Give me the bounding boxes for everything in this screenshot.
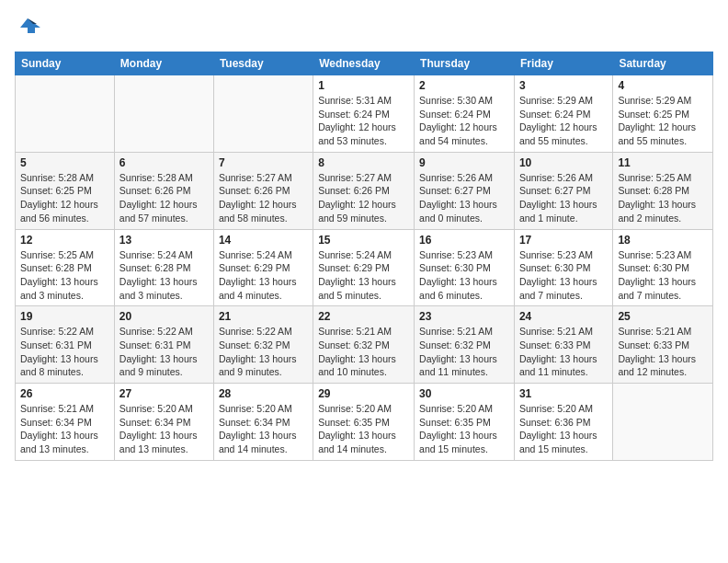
weekday-header: Friday <box>514 52 612 75</box>
day-number: 4 <box>618 79 708 92</box>
day-number: 1 <box>318 79 409 92</box>
logo <box>15 15 44 40</box>
day-info: Sunrise: 5:24 AM Sunset: 6:28 PM Dayligh… <box>119 248 209 303</box>
day-info: Sunrise: 5:31 AM Sunset: 6:24 PM Dayligh… <box>318 94 409 148</box>
day-info: Sunrise: 5:21 AM Sunset: 6:34 PM Dayligh… <box>20 402 109 456</box>
day-number: 3 <box>519 79 608 92</box>
calendar-cell: 9Sunrise: 5:26 AM Sunset: 6:27 PM Daylig… <box>415 152 515 229</box>
weekday-header: Saturday <box>613 52 713 75</box>
day-number: 27 <box>119 387 209 400</box>
day-info: Sunrise: 5:29 AM Sunset: 6:25 PM Dayligh… <box>618 94 708 148</box>
day-number: 24 <box>519 310 608 323</box>
calendar-cell: 26Sunrise: 5:21 AM Sunset: 6:34 PM Dayli… <box>16 384 115 461</box>
day-number: 17 <box>519 234 608 247</box>
calendar-header-row: SundayMondayTuesdayWednesdayThursdayFrid… <box>16 52 713 75</box>
calendar-week-row: 5Sunrise: 5:28 AM Sunset: 6:25 PM Daylig… <box>16 152 713 229</box>
calendar-cell: 8Sunrise: 5:27 AM Sunset: 6:26 PM Daylig… <box>313 152 415 229</box>
calendar-cell: 28Sunrise: 5:20 AM Sunset: 6:34 PM Dayli… <box>213 384 313 461</box>
calendar-cell <box>613 384 713 461</box>
calendar-cell: 3Sunrise: 5:29 AM Sunset: 6:24 PM Daylig… <box>514 75 612 153</box>
day-number: 13 <box>119 234 209 247</box>
weekday-header: Monday <box>114 52 213 75</box>
weekday-header: Thursday <box>415 52 515 75</box>
calendar-cell <box>16 75 115 153</box>
day-info: Sunrise: 5:24 AM Sunset: 6:29 PM Dayligh… <box>219 248 308 303</box>
calendar-cell: 19Sunrise: 5:22 AM Sunset: 6:31 PM Dayli… <box>16 306 115 384</box>
calendar-cell: 14Sunrise: 5:24 AM Sunset: 6:29 PM Dayli… <box>213 229 313 306</box>
day-number: 20 <box>119 310 209 323</box>
day-info: Sunrise: 5:21 AM Sunset: 6:33 PM Dayligh… <box>519 325 608 379</box>
day-info: Sunrise: 5:26 AM Sunset: 6:27 PM Dayligh… <box>519 171 608 225</box>
day-number: 19 <box>20 310 109 323</box>
calendar-cell: 5Sunrise: 5:28 AM Sunset: 6:25 PM Daylig… <box>16 152 115 229</box>
day-number: 16 <box>419 234 509 247</box>
day-number: 29 <box>318 387 409 400</box>
calendar-cell: 24Sunrise: 5:21 AM Sunset: 6:33 PM Dayli… <box>514 306 612 384</box>
day-info: Sunrise: 5:24 AM Sunset: 6:29 PM Dayligh… <box>318 248 409 303</box>
day-number: 11 <box>618 156 708 169</box>
day-info: Sunrise: 5:23 AM Sunset: 6:30 PM Dayligh… <box>519 248 608 303</box>
calendar-week-row: 1Sunrise: 5:31 AM Sunset: 6:24 PM Daylig… <box>16 75 713 153</box>
day-info: Sunrise: 5:20 AM Sunset: 6:36 PM Dayligh… <box>519 402 608 456</box>
day-info: Sunrise: 5:26 AM Sunset: 6:27 PM Dayligh… <box>419 171 509 225</box>
calendar-cell <box>114 75 213 153</box>
day-info: Sunrise: 5:25 AM Sunset: 6:28 PM Dayligh… <box>20 248 109 303</box>
calendar-cell: 15Sunrise: 5:24 AM Sunset: 6:29 PM Dayli… <box>313 229 415 306</box>
calendar-cell: 2Sunrise: 5:30 AM Sunset: 6:24 PM Daylig… <box>415 75 515 153</box>
day-info: Sunrise: 5:30 AM Sunset: 6:24 PM Dayligh… <box>419 94 509 148</box>
calendar-week-row: 26Sunrise: 5:21 AM Sunset: 6:34 PM Dayli… <box>16 384 713 461</box>
calendar-cell: 4Sunrise: 5:29 AM Sunset: 6:25 PM Daylig… <box>613 75 713 153</box>
day-info: Sunrise: 5:21 AM Sunset: 6:32 PM Dayligh… <box>419 325 509 379</box>
calendar-cell: 23Sunrise: 5:21 AM Sunset: 6:32 PM Dayli… <box>415 306 515 384</box>
calendar-cell: 21Sunrise: 5:22 AM Sunset: 6:32 PM Dayli… <box>213 306 313 384</box>
page-header <box>15 15 713 40</box>
weekday-header: Wednesday <box>313 52 415 75</box>
day-info: Sunrise: 5:29 AM Sunset: 6:24 PM Dayligh… <box>519 94 608 148</box>
calendar-cell: 25Sunrise: 5:21 AM Sunset: 6:33 PM Dayli… <box>613 306 713 384</box>
calendar-cell: 11Sunrise: 5:25 AM Sunset: 6:28 PM Dayli… <box>613 152 713 229</box>
calendar-cell: 31Sunrise: 5:20 AM Sunset: 6:36 PM Dayli… <box>514 384 612 461</box>
day-number: 10 <box>519 156 608 169</box>
day-info: Sunrise: 5:21 AM Sunset: 6:33 PM Dayligh… <box>618 325 708 379</box>
calendar-cell: 30Sunrise: 5:20 AM Sunset: 6:35 PM Dayli… <box>415 384 515 461</box>
calendar-cell: 27Sunrise: 5:20 AM Sunset: 6:34 PM Dayli… <box>114 384 213 461</box>
calendar-cell: 16Sunrise: 5:23 AM Sunset: 6:30 PM Dayli… <box>415 229 515 306</box>
day-number: 2 <box>419 79 509 92</box>
day-info: Sunrise: 5:23 AM Sunset: 6:30 PM Dayligh… <box>419 248 509 303</box>
day-number: 7 <box>219 156 308 169</box>
calendar-cell: 18Sunrise: 5:23 AM Sunset: 6:30 PM Dayli… <box>613 229 713 306</box>
logo-icon <box>15 15 40 40</box>
day-number: 5 <box>20 156 109 169</box>
day-info: Sunrise: 5:21 AM Sunset: 6:32 PM Dayligh… <box>318 325 409 379</box>
calendar-week-row: 12Sunrise: 5:25 AM Sunset: 6:28 PM Dayli… <box>16 229 713 306</box>
day-info: Sunrise: 5:23 AM Sunset: 6:30 PM Dayligh… <box>618 248 708 303</box>
day-number: 21 <box>219 310 308 323</box>
weekday-header: Tuesday <box>213 52 313 75</box>
day-info: Sunrise: 5:28 AM Sunset: 6:25 PM Dayligh… <box>20 171 109 225</box>
calendar-cell <box>213 75 313 153</box>
day-number: 26 <box>20 387 109 400</box>
day-info: Sunrise: 5:22 AM Sunset: 6:32 PM Dayligh… <box>219 325 308 379</box>
day-number: 28 <box>219 387 308 400</box>
calendar-cell: 7Sunrise: 5:27 AM Sunset: 6:26 PM Daylig… <box>213 152 313 229</box>
weekday-header: Sunday <box>16 52 115 75</box>
day-number: 31 <box>519 387 608 400</box>
day-info: Sunrise: 5:20 AM Sunset: 6:35 PM Dayligh… <box>419 402 509 456</box>
day-number: 9 <box>419 156 509 169</box>
day-info: Sunrise: 5:20 AM Sunset: 6:35 PM Dayligh… <box>318 402 409 456</box>
calendar-cell: 10Sunrise: 5:26 AM Sunset: 6:27 PM Dayli… <box>514 152 612 229</box>
day-info: Sunrise: 5:20 AM Sunset: 6:34 PM Dayligh… <box>119 402 209 456</box>
calendar-cell: 17Sunrise: 5:23 AM Sunset: 6:30 PM Dayli… <box>514 229 612 306</box>
day-number: 22 <box>318 310 409 323</box>
day-info: Sunrise: 5:27 AM Sunset: 6:26 PM Dayligh… <box>318 171 409 225</box>
day-info: Sunrise: 5:20 AM Sunset: 6:34 PM Dayligh… <box>219 402 308 456</box>
day-info: Sunrise: 5:25 AM Sunset: 6:28 PM Dayligh… <box>618 171 708 225</box>
calendar-cell: 22Sunrise: 5:21 AM Sunset: 6:32 PM Dayli… <box>313 306 415 384</box>
calendar-table: SundayMondayTuesdayWednesdayThursdayFrid… <box>15 52 713 461</box>
calendar-cell: 12Sunrise: 5:25 AM Sunset: 6:28 PM Dayli… <box>16 229 115 306</box>
day-info: Sunrise: 5:22 AM Sunset: 6:31 PM Dayligh… <box>119 325 209 379</box>
day-number: 14 <box>219 234 308 247</box>
day-number: 6 <box>119 156 209 169</box>
day-info: Sunrise: 5:27 AM Sunset: 6:26 PM Dayligh… <box>219 171 308 225</box>
calendar-cell: 29Sunrise: 5:20 AM Sunset: 6:35 PM Dayli… <box>313 384 415 461</box>
